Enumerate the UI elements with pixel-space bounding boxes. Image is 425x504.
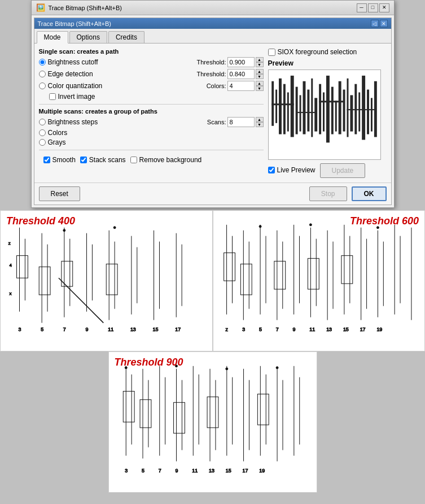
scans-input[interactable] <box>227 117 255 127</box>
colors-spinner: ▲ ▼ <box>256 81 264 91</box>
brightness-steps-radio[interactable] <box>39 119 46 125</box>
svg-rect-12 <box>314 98 317 131</box>
stack-scans-label: Stack scans <box>89 156 126 164</box>
edge-detection-row: Edge detection Threshold: ▲ ▼ <box>39 69 264 79</box>
main-window: 🖼️ Trace Bitmap (Shift+Alt+B) ─ □ ✕ Trac… <box>31 0 395 208</box>
siox-checkbox[interactable] <box>268 49 275 56</box>
svg-rect-31 <box>347 109 374 110</box>
threshold-900-label: Threshold 900 <box>115 357 183 368</box>
color-quantization-radio[interactable] <box>39 82 46 89</box>
brightness-cutoff-row: Brightness cutoff Threshold: ▲ ▼ <box>39 57 264 67</box>
svg-point-107 <box>309 224 312 226</box>
colors-label: Colors: <box>207 82 226 89</box>
minimize-button[interactable]: ─ <box>357 3 367 12</box>
colors-multi-row: Colors <box>39 129 264 137</box>
svg-rect-18 <box>338 81 341 134</box>
edge-detection-radio[interactable] <box>39 71 46 77</box>
colors-input[interactable] <box>227 81 255 91</box>
invert-image-row: Invert image <box>49 93 264 101</box>
svg-text:19: 19 <box>259 468 265 473</box>
brightness-threshold-label: Threshold: <box>197 59 226 66</box>
reset-button[interactable]: Reset <box>39 186 80 201</box>
threshold-900-svg: 3 5 7 9 11 13 15 17 19 <box>109 352 317 492</box>
brightness-steps-row: Brightness steps Scans: ▲ ▼ <box>39 117 264 127</box>
brightness-threshold-input[interactable] <box>227 57 255 67</box>
svg-text:13: 13 <box>130 327 136 332</box>
svg-rect-24 <box>362 76 365 140</box>
svg-text:z: z <box>225 327 228 332</box>
colors-spinner-up[interactable]: ▲ <box>256 81 264 86</box>
comparison-grid: Threshold 400 <box>0 210 425 351</box>
svg-rect-25 <box>367 90 369 134</box>
edge-threshold-group: Threshold: ▲ ▼ <box>197 69 264 79</box>
svg-text:15: 15 <box>225 468 231 473</box>
tab-credits[interactable]: Credits <box>108 31 144 43</box>
threshold-900-panel: Threshold 900 <box>108 351 317 493</box>
tab-options[interactable]: Options <box>69 31 107 43</box>
inner-close-button[interactable]: ✕ <box>380 20 388 27</box>
svg-text:3: 3 <box>19 327 21 332</box>
svg-text:5: 5 <box>41 327 43 332</box>
svg-text:7: 7 <box>63 327 66 332</box>
siox-row: SIOX foreground selection <box>268 48 387 56</box>
svg-point-65 <box>63 229 65 232</box>
svg-text:7: 7 <box>275 327 278 332</box>
grays-label: Grays <box>48 138 264 146</box>
stop-button[interactable]: Stop <box>309 186 347 201</box>
threshold-600-svg: z 3 5 7 9 11 13 15 17 19 <box>213 211 425 351</box>
left-panel: Single scan: creates a path Brightness c… <box>39 48 264 178</box>
close-button[interactable]: ✕ <box>379 3 389 12</box>
smooth-label: Smooth <box>52 156 76 164</box>
maximize-button[interactable]: □ <box>368 3 378 12</box>
svg-text:15: 15 <box>153 327 159 332</box>
inner-restore-button[interactable]: ◁ <box>371 20 379 27</box>
brightness-cutoff-radio[interactable] <box>39 59 46 66</box>
edge-spinner-down[interactable]: ▼ <box>256 74 264 79</box>
svg-text:17: 17 <box>242 468 248 473</box>
smooth-checkbox[interactable] <box>43 157 50 163</box>
main-content: Single scan: creates a path Brightness c… <box>34 44 391 183</box>
colors-multi-radio[interactable] <box>39 129 46 136</box>
brightness-spinner-down[interactable]: ▼ <box>256 62 264 67</box>
svg-rect-29 <box>296 112 316 113</box>
stack-scans-row: Stack scans <box>80 156 126 164</box>
inner-window: Trace Bitmap (Shift+Alt+B) ◁ ✕ Mode Opti… <box>34 18 392 205</box>
svg-rect-11 <box>311 79 313 137</box>
remove-background-row: Remove background <box>130 156 202 164</box>
svg-rect-10 <box>307 90 309 132</box>
svg-text:z: z <box>8 241 11 246</box>
ok-button[interactable]: OK <box>352 186 387 201</box>
preview-label: Preview <box>268 59 387 67</box>
svg-rect-30 <box>319 101 344 102</box>
brightness-steps-label: Brightness steps <box>48 118 205 126</box>
tab-mode[interactable]: Mode <box>37 31 68 44</box>
button-row: Reset Stop OK <box>34 183 391 205</box>
edge-spinner-up[interactable]: ▲ <box>256 69 264 74</box>
invert-image-checkbox[interactable] <box>49 93 56 100</box>
brightness-threshold-group: Threshold: ▲ ▼ <box>197 57 264 67</box>
remove-background-checkbox[interactable] <box>130 157 137 163</box>
siox-label: SIOX foreground selection <box>278 48 357 56</box>
edge-threshold-label: Threshold: <box>197 71 226 77</box>
bottom-comparison-area: Threshold 900 <box>0 351 425 493</box>
svg-rect-26 <box>370 98 372 131</box>
edge-threshold-input[interactable] <box>227 69 255 79</box>
right-panel: SIOX foreground selection Preview <box>268 48 387 178</box>
grays-radio[interactable] <box>39 139 46 146</box>
threshold-400-panel: Threshold 400 <box>0 210 213 351</box>
brightness-spinner-up[interactable]: ▲ <box>256 57 264 62</box>
svg-text:x: x <box>10 291 12 296</box>
update-button[interactable]: Update <box>320 163 366 178</box>
svg-rect-5 <box>287 93 288 132</box>
svg-text:5: 5 <box>259 327 262 332</box>
tab-bar: Mode Options Credits <box>34 29 391 44</box>
scans-spinner-up[interactable]: ▲ <box>256 117 264 122</box>
live-preview-checkbox[interactable] <box>268 167 275 173</box>
svg-text:11: 11 <box>108 327 113 332</box>
stack-scans-checkbox[interactable] <box>80 157 87 163</box>
svg-text:15: 15 <box>343 327 348 332</box>
colors-spinner-down[interactable]: ▼ <box>256 86 264 91</box>
svg-text:9: 9 <box>86 327 89 332</box>
bottom-options-row: Smooth Stack scans Remove background <box>39 154 264 167</box>
scans-spinner-down[interactable]: ▼ <box>256 122 264 127</box>
